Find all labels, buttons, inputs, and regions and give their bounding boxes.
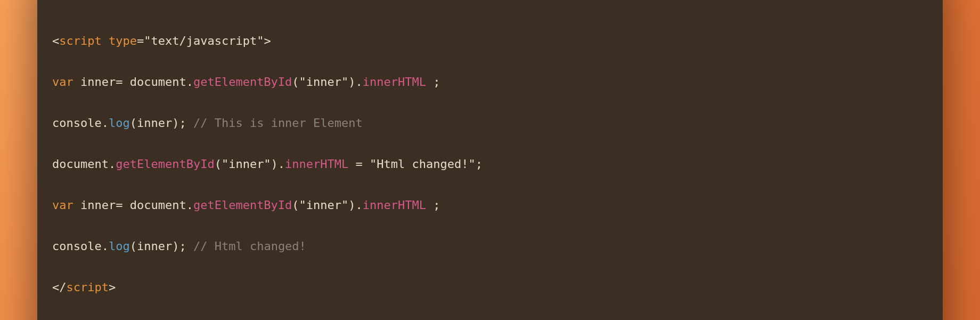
code-line: console.log(inner); // This is inner Ele…	[52, 113, 928, 134]
property: innerHTML	[363, 75, 426, 89]
method-args: ("inner").	[292, 198, 362, 212]
attr-space	[102, 34, 109, 47]
object: console.	[52, 116, 109, 130]
code-line: </script>	[52, 277, 928, 298]
code-line: var inner= document.getElementById("inne…	[52, 195, 928, 216]
method-call: getElementById	[116, 157, 214, 171]
tail: ;	[426, 75, 440, 89]
tag-open-bracket: <	[52, 34, 59, 47]
method-args: ("inner").	[215, 157, 285, 171]
code-line: console.log(inner); // Html changed!	[52, 236, 928, 257]
tail: = "Html changed!";	[348, 157, 483, 171]
code-window: Inner HTML of an element <script type="t…	[37, 0, 943, 320]
tail: ;	[426, 198, 440, 212]
code-line: <script type="text/javascript">	[52, 31, 928, 52]
method-call: getElementById	[193, 198, 292, 212]
method-call: getElementById	[193, 75, 292, 89]
object: console.	[52, 239, 109, 253]
property: innerHTML	[285, 157, 348, 171]
tag-name: script	[59, 34, 101, 47]
tag-name: script	[67, 281, 109, 294]
var-decl: inner= document.	[74, 198, 193, 212]
var-decl: inner= document.	[74, 75, 193, 89]
code-line: document.getElementById("inner").innerHT…	[52, 154, 928, 175]
property: innerHTML	[363, 198, 426, 212]
tag-close-bracket: >	[109, 281, 116, 294]
comment: // Html changed!	[193, 239, 306, 253]
method-call: log	[109, 116, 130, 130]
keyword-var: var	[52, 75, 74, 89]
object: document.	[52, 157, 116, 171]
method-args: (inner);	[130, 116, 193, 130]
method-args: ("inner").	[292, 75, 362, 89]
code-block: <script type="text/javascript"> var inne…	[52, 10, 928, 320]
equals: =	[137, 34, 144, 47]
attr-value: "text/javascript"	[144, 34, 264, 47]
attr-name: type	[109, 34, 137, 47]
tag-close-bracket: >	[264, 34, 271, 47]
code-line: var inner= document.getElementById("inne…	[52, 72, 928, 93]
method-call: log	[109, 239, 130, 253]
method-args: (inner);	[130, 239, 193, 253]
tag-open-bracket: </	[52, 281, 67, 294]
comment: // This is inner Element	[193, 116, 363, 130]
keyword-var: var	[52, 198, 74, 212]
